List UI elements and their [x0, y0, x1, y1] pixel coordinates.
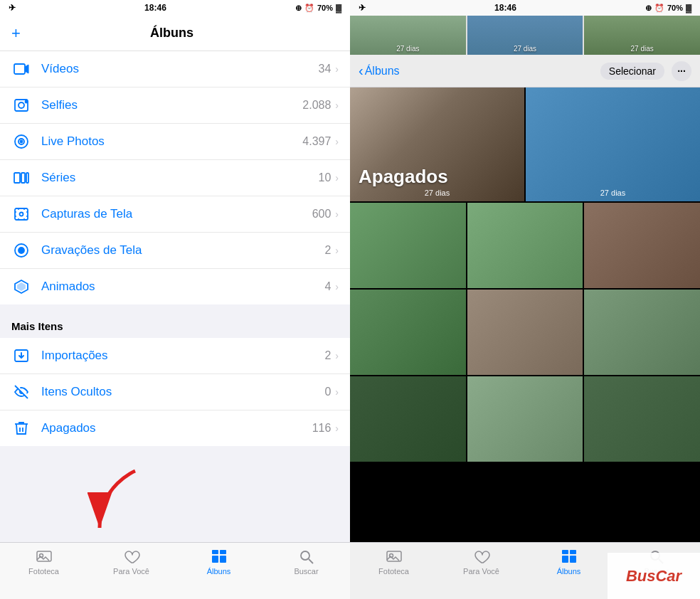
svg-rect-30: [570, 556, 576, 563]
airplane-icon-right: ✈: [359, 3, 366, 13]
svg-rect-0: [14, 64, 25, 74]
para-voce-label-left: Para Você: [113, 567, 149, 576]
list-item-deleted[interactable]: Apagados 116 ›: [0, 410, 350, 446]
albums-list: Vídeos 34 › Selfies 2.088 ›: [0, 51, 350, 542]
grid-cell-3-3[interactable]: [584, 376, 700, 462]
animated-count: 4: [324, 280, 331, 293]
right-nav-actions: Selecionar ···: [600, 61, 691, 81]
back-button[interactable]: ‹ Álbuns: [359, 63, 400, 79]
tab-para-voce-left[interactable]: Para Você: [88, 548, 175, 576]
live-photos-chevron: ›: [335, 136, 339, 147]
albuns-label-right: Álbuns: [557, 567, 581, 576]
screen-recordings-chevron: ›: [335, 245, 339, 256]
grid-cell-2-2[interactable]: [467, 290, 583, 375]
para-voce-label-right: Para Você: [463, 567, 499, 576]
tab-albuns-left[interactable]: Álbuns: [175, 548, 262, 576]
albuns-label-left: Álbuns: [207, 567, 231, 576]
tab-fototeca-left[interactable]: Fototeca: [0, 548, 88, 576]
screenshot-icon: [11, 204, 31, 224]
watermark-text: BusCar: [626, 567, 682, 585]
back-chevron-icon: ‹: [359, 63, 364, 79]
airplane-icon-left: ✈: [9, 3, 16, 13]
tab-buscar-left[interactable]: Buscar: [262, 548, 350, 576]
fototeca-label-left: Fototeca: [28, 567, 59, 576]
tab-bar-left: Fototeca Para Você Álbuns: [0, 542, 350, 599]
svg-rect-31: [562, 550, 568, 554]
grid-cell-3-2[interactable]: [467, 376, 583, 462]
battery-icon-right: ▓: [686, 4, 691, 12]
svg-point-3: [18, 102, 24, 108]
hidden-count: 0: [324, 386, 331, 398]
svg-rect-9: [21, 173, 25, 183]
grid-cell-1-2[interactable]: [467, 203, 583, 288]
alarm-icon-right: ⏰: [654, 4, 664, 13]
list-item-live-photos[interactable]: Live Photos 4.397 ›: [0, 124, 350, 160]
selfies-label: Selfies: [41, 98, 302, 112]
grid-cell-1-1[interactable]: [350, 203, 466, 288]
right-panel: ✈ 18:46 ⊕ ⏰ 70% ▓ 27 dias 27 dias 27 dia…: [350, 0, 700, 599]
nav-bar-left: + Álbuns: [0, 16, 350, 51]
deleted-count: 116: [312, 422, 332, 435]
list-item-animated[interactable]: Animados 4 ›: [0, 269, 350, 304]
svg-point-7: [21, 141, 23, 143]
add-album-button[interactable]: +: [11, 24, 21, 43]
albuns-icon-right: [560, 548, 578, 564]
series-label: Séries: [41, 171, 319, 185]
svg-rect-23: [212, 550, 218, 554]
strip-photo-2: 27 dias: [467, 16, 583, 55]
svg-line-26: [309, 559, 313, 563]
mais-itens-header: Mais Itens: [0, 304, 350, 338]
svg-point-4: [26, 101, 28, 103]
grid-cell-1-3[interactable]: [584, 203, 700, 288]
svg-point-25: [301, 551, 309, 560]
albuns-icon-left: [210, 548, 228, 564]
strip-photo-3: 27 dias: [584, 16, 700, 55]
imports-label: Importações: [41, 349, 324, 363]
status-icons-right: ⊕ ⏰ 70% ▓: [645, 4, 691, 13]
select-button[interactable]: Selecionar: [600, 63, 664, 80]
videos-count: 34: [319, 63, 332, 75]
tab-para-voce-right[interactable]: Para Você: [438, 548, 525, 576]
svg-rect-24: [220, 550, 226, 554]
grid-cell-2-1[interactable]: [350, 290, 466, 375]
more-button[interactable]: ···: [672, 61, 691, 81]
list-item-videos[interactable]: Vídeos 34 ›: [0, 51, 350, 88]
grid-cell-2-3[interactable]: [584, 290, 700, 375]
list-item-selfies[interactable]: Selfies 2.088 ›: [0, 88, 350, 124]
imports-chevron: ›: [335, 350, 339, 361]
list-item-screen-recordings[interactable]: Gravações de Tela 2 ›: [0, 233, 350, 269]
para-voce-icon-left: [122, 548, 141, 564]
more-dots-icon: ···: [677, 65, 686, 77]
svg-rect-22: [220, 556, 226, 563]
alarm-icon-left: ⏰: [304, 4, 314, 13]
screenshots-count: 600: [312, 208, 332, 221]
grid-row-1: [350, 203, 700, 288]
live-photos-label: Live Photos: [41, 134, 302, 149]
screen-recordings-label: Gravações de Tela: [41, 243, 324, 258]
tab-albuns-right[interactable]: Álbuns: [525, 548, 612, 576]
time-right: 18:46: [494, 3, 516, 13]
status-bar-left: ✈ 18:46 ⊕ ⏰ 70% ▓: [0, 0, 350, 16]
list-item-screenshots[interactable]: Capturas de Tela 600 ›: [0, 196, 350, 233]
nav-bar-right: ‹ Álbuns Selecionar ···: [350, 55, 700, 88]
list-item-hidden[interactable]: Itens Ocultos 0 ›: [0, 374, 350, 410]
fototeca-icon-left: [35, 548, 53, 564]
videos-chevron: ›: [335, 63, 339, 75]
animated-label: Animados: [41, 280, 324, 294]
tab-fototeca-right[interactable]: Fototeca: [350, 548, 438, 576]
grid-cell-3-1[interactable]: [350, 376, 466, 462]
list-item-series[interactable]: Séries 10 ›: [0, 160, 350, 196]
list-item-imports[interactable]: Importações 2 ›: [0, 338, 350, 374]
left-panel: ✈ 18:46 ⊕ ⏰ 70% ▓ + Álbuns Ví: [0, 0, 350, 599]
screenshots-label: Capturas de Tela: [41, 207, 312, 221]
svg-rect-10: [26, 173, 28, 183]
more-items-section: Importações 2 › Itens Ocultos 0 ›: [0, 338, 350, 446]
screen-recordings-count: 2: [324, 244, 331, 257]
deleted-chevron: ›: [335, 423, 339, 434]
photo-grid-rows: [350, 203, 700, 462]
screenshots-chevron: ›: [335, 208, 339, 220]
imports-count: 2: [324, 349, 331, 362]
top-photo-2[interactable]: 27 dias: [526, 88, 700, 201]
apagados-title: Apagados: [359, 166, 448, 188]
location-icon-left: ⊕: [295, 4, 302, 13]
